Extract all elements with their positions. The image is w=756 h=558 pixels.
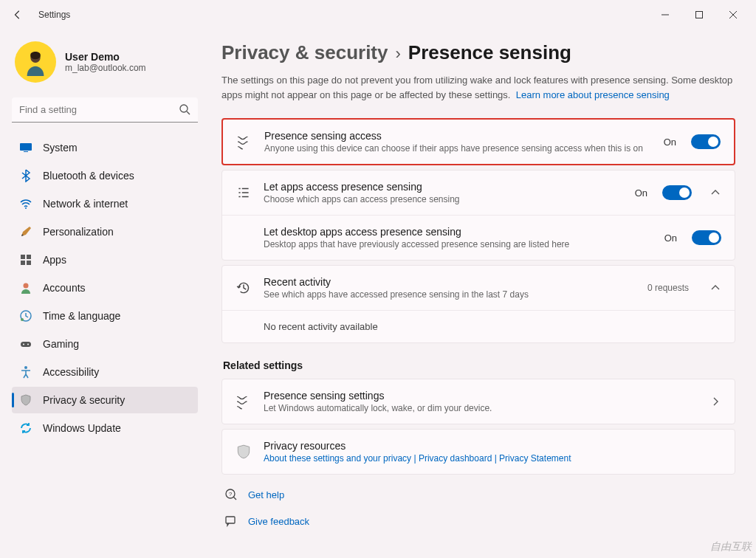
svg-rect-19 (226, 517, 235, 523)
user-email: m_lab@outlook.com (65, 63, 146, 73)
sidebar-item-network[interactable]: Network & internet (12, 190, 198, 217)
breadcrumb-parent[interactable]: Privacy & security (221, 41, 388, 64)
svg-point-15 (27, 344, 29, 345)
presence-access-card: Presence sensing access Anyone using thi… (221, 118, 735, 165)
let-apps-card: Let apps access presence sensing Choose … (221, 170, 735, 261)
chevron-up-icon[interactable] (709, 187, 721, 199)
search-icon (179, 103, 190, 118)
update-icon (19, 421, 32, 435)
sidebar-item-label: Time & language (43, 310, 120, 322)
help-icon: ? (224, 488, 238, 501)
row-title: Presence sensing access (264, 130, 652, 142)
row-desc: Choose which apps can access presence se… (264, 194, 623, 204)
privacy-icon (19, 393, 32, 407)
sidebar-item-update[interactable]: Windows Update (12, 415, 198, 441)
sidebar-item-label: Bluetooth & devices (43, 170, 134, 182)
svg-point-12 (21, 318, 24, 321)
svg-rect-3 (20, 143, 32, 151)
time-icon (19, 309, 32, 323)
history-icon (236, 280, 252, 296)
titlebar: Settings (0, 0, 756, 30)
sidebar-item-personalization[interactable]: Personalization (12, 218, 198, 245)
get-help-row[interactable]: ? Get help (221, 488, 735, 501)
get-help-link[interactable]: Get help (248, 489, 284, 500)
sidebar-item-label: Network & internet (43, 198, 128, 210)
presence-access-toggle[interactable] (691, 134, 721, 149)
svg-rect-7 (27, 255, 31, 259)
list-icon (236, 185, 252, 201)
maximize-button[interactable] (682, 3, 716, 27)
toggle-state: On (664, 232, 677, 244)
minimize-button[interactable] (648, 3, 682, 27)
related-heading: Related settings (223, 359, 735, 371)
system-icon (19, 141, 32, 154)
row-title: Let apps access presence sensing (264, 181, 623, 193)
profile[interactable]: User Demo m_lab@outlook.com (15, 41, 198, 83)
sidebar-item-gaming[interactable]: Gaming (12, 331, 198, 357)
sidebar-item-label: Windows Update (43, 422, 121, 434)
privacy-links: About these settings and your privacy | … (264, 453, 721, 464)
row-title: Recent activity (264, 276, 636, 288)
sidebar-item-accounts[interactable]: Accounts (12, 275, 198, 301)
presence-icon (236, 134, 252, 150)
search-input[interactable] (12, 97, 198, 123)
feedback-icon (224, 514, 238, 528)
sidebar-item-accessibility[interactable]: Accessibility (12, 359, 198, 385)
sidebar-item-label: Accessibility (43, 366, 99, 378)
learn-more-link[interactable]: Learn more about presence sensing (516, 89, 670, 100)
svg-point-10 (24, 283, 29, 289)
intro-text: The settings on this page do not prevent… (221, 73, 735, 102)
sidebar-item-apps[interactable]: Apps (12, 247, 198, 273)
apps-icon (19, 253, 32, 266)
svg-point-16 (24, 366, 27, 369)
avatar (15, 41, 56, 83)
close-button[interactable] (716, 3, 750, 27)
svg-rect-8 (21, 261, 25, 265)
sidebar-item-label: System (43, 142, 78, 154)
no-activity-label: No recent activity available (264, 321, 378, 332)
row-title: Privacy resources (264, 440, 721, 452)
let-apps-toggle[interactable] (662, 185, 692, 200)
chevron-up-icon[interactable] (709, 282, 721, 294)
sidebar-item-label: Personalization (43, 226, 114, 238)
accounts-icon (19, 281, 32, 294)
row-title: Let desktop apps access presence sensing (264, 226, 653, 238)
let-desktop-toggle[interactable] (692, 230, 721, 245)
toggle-state: On (635, 187, 647, 199)
row-title: Presence sensing settings (264, 390, 692, 402)
recent-activity-card: Recent activity See which apps have acce… (221, 265, 735, 343)
row-desc: See which apps have accessed presence se… (264, 289, 636, 300)
sidebar-item-time[interactable]: Time & language (12, 303, 198, 329)
sidebar-item-bluetooth[interactable]: Bluetooth & devices (12, 162, 198, 189)
bluetooth-icon (19, 169, 32, 182)
privacy-link-dashboard[interactable]: Privacy dashboard (419, 453, 492, 464)
privacy-link-about[interactable]: About these settings and your privacy (264, 453, 411, 464)
sidebar-item-label: Gaming (43, 338, 79, 350)
sidebar-item-label: Accounts (43, 282, 86, 294)
feedback-link[interactable]: Give feedback (248, 516, 309, 527)
let-apps-row[interactable]: Let apps access presence sensing Choose … (222, 170, 735, 215)
recent-activity-row[interactable]: Recent activity See which apps have acce… (222, 266, 735, 310)
gaming-icon (19, 337, 32, 351)
privacy-link-statement[interactable]: Privacy Statement (499, 453, 571, 464)
sidebar-item-label: Privacy & security (43, 394, 125, 406)
chevron-right-icon (709, 396, 721, 407)
sidebar-item-privacy[interactable]: Privacy & security (12, 387, 198, 413)
request-count: 0 requests (647, 283, 689, 293)
feedback-row[interactable]: Give feedback (221, 514, 735, 528)
page-title: Presence sensing (408, 41, 571, 64)
back-button[interactable] (6, 3, 30, 27)
svg-point-2 (180, 105, 188, 112)
presence-icon (236, 393, 252, 410)
svg-text:?: ? (229, 491, 233, 497)
user-name: User Demo (65, 51, 146, 63)
sidebar: User Demo m_lab@outlook.com System Bluet… (0, 30, 207, 558)
privacy-resources-card: Privacy resources About these settings a… (221, 429, 735, 475)
wifi-icon (19, 197, 32, 210)
row-desc: Desktop apps that have previously access… (264, 239, 653, 249)
let-desktop-row: Let desktop apps access presence sensing… (222, 215, 735, 260)
presence-settings-card[interactable]: Presence sensing settings Let Windows au… (221, 379, 735, 424)
breadcrumb: Privacy & security › Presence sensing (221, 41, 735, 64)
sidebar-item-system[interactable]: System (12, 134, 198, 161)
chevron-right-icon: › (395, 44, 400, 63)
